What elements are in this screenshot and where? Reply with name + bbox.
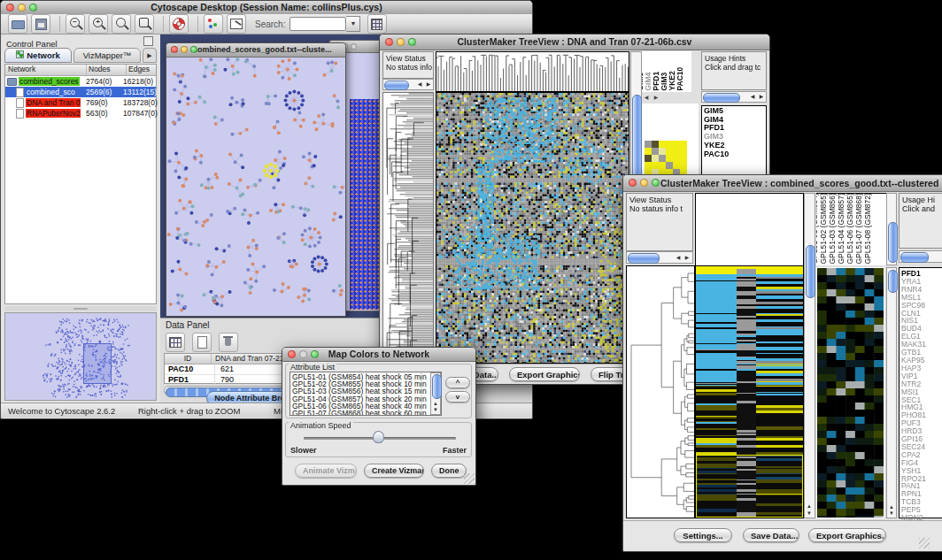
move-attribute-up-button[interactable]: ^ [445, 377, 470, 388]
birdseye-viewport-rect[interactable] [83, 343, 112, 384]
close-icon[interactable] [385, 38, 393, 46]
network-window-title-bar[interactable]: combined_scores_good.txt--cluste... [166, 43, 345, 58]
gene-label[interactable]: PFD1 [702, 124, 766, 133]
gene-label[interactable]: YKE2 [702, 142, 766, 150]
gene-label[interactable]: MSI1 [900, 388, 942, 396]
zoom-window-icon[interactable] [351, 43, 357, 50]
zoom-out-icon[interactable]: − [66, 14, 85, 34]
help-lifering-icon[interactable] [169, 14, 189, 34]
tv2-title-bar[interactable]: ClusterMaker TreeView : combined_scores_… [623, 175, 942, 192]
gene-label[interactable]: PEP5 [900, 506, 942, 514]
gene-label[interactable]: SEC24 [900, 443, 942, 451]
tv2-hints-hscrollbar[interactable] [899, 250, 942, 263]
network-table-row[interactable]: combined_sco2569(6)13112(15) [5, 87, 156, 97]
zoom-window-icon[interactable] [652, 179, 660, 187]
tv1-export-graphics-button[interactable]: Export Graphics... [509, 367, 580, 381]
gene-label[interactable]: RPO21 [900, 475, 942, 483]
tv1-label-scroll-left[interactable]: ◀ [642, 95, 651, 101]
move-attribute-down-button[interactable]: v [445, 391, 470, 403]
tv1-row-dendrogram[interactable] [382, 92, 434, 364]
tv2-vscrollbar[interactable]: ▲ ▼ [804, 193, 815, 518]
open-session-icon[interactable] [8, 14, 27, 34]
gene-label[interactable]: TCB3 [900, 498, 942, 506]
attribute-list-vscrollbar[interactable]: ▲ ▼ [430, 372, 441, 415]
tv2-status-hscrollbar[interactable]: ◀ ▶ [626, 251, 693, 264]
gene-label[interactable]: GIM4 [702, 116, 766, 125]
tv1-label-scroll-right[interactable]: ▶ [652, 95, 660, 101]
gene-label[interactable]: YSH1 [900, 467, 942, 475]
tv2-settings-button[interactable]: Settings... [674, 528, 732, 542]
minimize-icon[interactable] [18, 4, 26, 12]
gene-label[interactable]: GTB1 [900, 349, 942, 357]
close-icon[interactable] [288, 350, 296, 358]
gene-label[interactable]: FIG4 [900, 459, 942, 467]
close-icon[interactable] [171, 46, 178, 53]
window-controls[interactable] [6, 4, 37, 12]
gene-label[interactable]: NTR2 [900, 380, 942, 388]
gene-label[interactable]: SEC1 [900, 396, 942, 404]
done-button[interactable]: Done [431, 464, 467, 478]
tv2-gene-vscrollbar[interactable]: ▲ ▼ [886, 267, 897, 518]
minimize-icon[interactable] [397, 38, 405, 46]
search-dropdown[interactable]: ▼ [346, 16, 360, 32]
minimize-icon[interactable] [181, 46, 188, 53]
gene-label[interactable]: GIM3 [702, 133, 766, 142]
network-table-row[interactable]: RNAPuberNov2+563(0)107847(0) [5, 108, 156, 119]
tv1-heatmap[interactable] [436, 92, 629, 364]
network-table-row[interactable]: combined_scores2764(0)16218(0) [5, 76, 156, 87]
tv1-title-bar[interactable]: ClusterMaker TreeView : DNA and Tran 07-… [380, 35, 769, 50]
gene-label[interactable]: PAC10 [702, 150, 766, 159]
minimize-icon[interactable] [640, 179, 648, 187]
gene-label[interactable]: GPI16 [900, 435, 942, 443]
new-attribute-icon[interactable] [192, 333, 212, 352]
gene-label[interactable]: RPN1 [900, 490, 942, 498]
zoom-in-icon[interactable]: + [89, 14, 108, 34]
gene-label[interactable]: RNR4 [900, 286, 942, 294]
tv2-resize-grip[interactable] [919, 538, 930, 548]
tv2-heatmap[interactable] [695, 265, 804, 518]
gene-label[interactable]: YRA1 [900, 278, 942, 286]
tv2-row-dendrogram[interactable] [626, 265, 695, 518]
gene-label[interactable]: CLN1 [900, 310, 942, 318]
tab-vizmapper[interactable]: VizMapper™ [73, 48, 141, 63]
zoom-window-icon[interactable] [190, 46, 197, 53]
close-icon[interactable] [6, 4, 14, 12]
tab-overflow-button[interactable]: ▶ [143, 48, 157, 63]
gene-label[interactable]: KAP95 [900, 357, 942, 364]
main-title-bar[interactable]: Cytoscape Desktop (Session Name: collins… [1, 1, 532, 15]
attribute-list[interactable]: GPL51-01 (GSM854) heat shock 05 minGPL51… [290, 372, 442, 416]
tab-network[interactable]: Network [4, 48, 72, 63]
vizmapper-shortcut-icon[interactable] [204, 14, 223, 34]
float-panel-icon[interactable] [143, 36, 153, 46]
gene-label[interactable]: SPC98 [900, 302, 942, 310]
gene-label[interactable]: BUD4 [900, 325, 942, 333]
annotation-icon[interactable] [227, 14, 246, 34]
animate-vizmap-button[interactable]: Animate Vizmap [295, 464, 357, 478]
column-label[interactable]: GPL51-08 (GSM872) [864, 193, 873, 264]
delete-attribute-icon[interactable] [219, 333, 238, 352]
tv2-gene-list[interactable]: PFD1YRA1RNR4MSL1SPC98CLN1NIS1BUD4ELG1MAK… [899, 267, 942, 518]
gene-label[interactable]: PAN1 [900, 482, 942, 490]
search-input[interactable] [290, 17, 346, 31]
speed-slider-thumb[interactable] [373, 431, 384, 443]
zoom-fit-icon[interactable] [112, 14, 131, 34]
gene-label[interactable]: ELG1 [900, 333, 942, 341]
network-table-header[interactable]: Network Nodes Edges [5, 65, 156, 76]
gene-label[interactable]: VIP1 [900, 372, 942, 380]
tv1-status-hscrollbar[interactable]: ◀ ▶ [382, 79, 434, 90]
zoom-selected-icon[interactable] [135, 14, 154, 34]
gene-label[interactable]: GIM5 [702, 107, 766, 116]
zoom-window-icon[interactable] [311, 350, 319, 358]
zoom-window-icon[interactable] [29, 4, 37, 12]
close-icon[interactable] [629, 179, 637, 187]
save-session-icon[interactable] [31, 14, 50, 34]
dialog-resize-grip[interactable] [464, 473, 475, 484]
gene-label[interactable]: MAK31 [900, 341, 942, 349]
column-label[interactable]: PAC10 [676, 66, 685, 90]
gene-label[interactable]: HAP3 [900, 364, 942, 372]
tv2-export-graphics-button[interactable]: Export Graphics... [808, 528, 886, 542]
panel-splitter[interactable] [4, 306, 157, 311]
gene-label[interactable]: PHO81 [900, 411, 942, 419]
network-canvas[interactable] [166, 58, 345, 317]
tv2-save-data-button[interactable]: Save Data... [743, 528, 799, 542]
